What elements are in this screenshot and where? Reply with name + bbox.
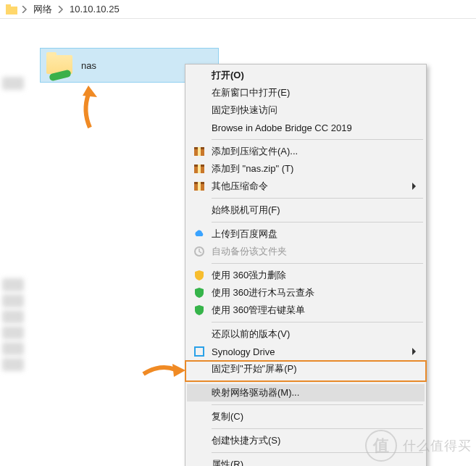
menu-separator <box>212 222 423 222</box>
chevron-right-icon <box>412 348 417 355</box>
svg-marker-14 <box>172 364 185 377</box>
menu-360-force-delete[interactable]: 使用 360强力删除 <box>187 267 425 284</box>
menu-copy[interactable]: 复制(C) <box>187 408 425 425</box>
shield-scan-icon <box>193 286 206 299</box>
menu-separator <box>212 139 423 140</box>
archive-icon <box>193 145 206 158</box>
watermark-text: 什么值得买 <box>403 437 472 454</box>
menu-add-nas-zip[interactable]: 添加到 "nas.zip" (T) <box>187 160 425 178</box>
menu-browse-bridge[interactable]: Browse in Adobe Bridge CC 2019 <box>187 119 425 136</box>
cloud-upload-icon <box>193 228 206 241</box>
archive-icon <box>193 180 206 193</box>
menu-separator <box>212 404 423 405</box>
svg-rect-11 <box>198 182 201 191</box>
context-menu: 打开(O) 在新窗口中打开(E) 固定到快速访问 Browse in Adobe… <box>185 64 427 466</box>
menu-always-offline[interactable]: 始终脱机可用(F) <box>187 201 425 219</box>
menu-map-network-drive[interactable]: 映射网络驱动器(M)... <box>187 384 425 401</box>
synology-icon <box>193 345 206 358</box>
folder-label: nas <box>81 60 96 71</box>
annotation-arrow-2 <box>142 359 185 381</box>
menu-pin-start[interactable]: 固定到"开始"屏幕(P) <box>187 360 425 378</box>
annotation-arrow-1 <box>75 86 104 129</box>
svg-rect-8 <box>198 165 201 173</box>
folder-icon <box>6 4 17 14</box>
chevron-right-icon <box>22 6 28 13</box>
menu-upload-baidu[interactable]: 上传到百度网盘 <box>187 225 425 243</box>
menu-pin-quick-access[interactable]: 固定到快速访问 <box>187 101 425 119</box>
shield-menu-icon <box>193 304 206 317</box>
svg-rect-1 <box>6 4 11 8</box>
menu-restore-previous[interactable]: 还原以前的版本(V) <box>187 325 425 343</box>
menu-open-new-window[interactable]: 在新窗口中打开(E) <box>187 84 425 101</box>
obscured-sidebar <box>0 62 26 374</box>
breadcrumb-current[interactable]: 10.10.10.25 <box>68 4 121 14</box>
menu-separator <box>212 263 423 264</box>
menu-synology-drive[interactable]: Synology Drive <box>187 343 425 360</box>
menu-add-archive[interactable]: 添加到压缩文件(A)... <box>187 143 425 160</box>
backup-icon <box>193 245 206 258</box>
archive-icon <box>193 162 206 175</box>
menu-360-trojan-scan[interactable]: 使用 360进行木马云查杀 <box>187 284 425 301</box>
shield-delete-icon <box>193 269 206 282</box>
menu-separator <box>212 428 423 429</box>
watermark-badge-icon: 值 <box>365 430 397 462</box>
menu-other-zip[interactable]: 其他压缩命令 <box>187 178 425 195</box>
menu-separator <box>212 322 423 323</box>
chevron-right-icon <box>412 183 417 190</box>
menu-separator <box>212 198 423 199</box>
menu-auto-backup: 自动备份该文件夹 <box>187 243 425 260</box>
svg-rect-5 <box>198 147 201 156</box>
watermark: 值 什么值得买 <box>365 430 472 462</box>
network-share-folder-icon <box>46 52 72 78</box>
svg-marker-2 <box>83 86 97 97</box>
menu-separator <box>212 380 423 381</box>
menu-open[interactable]: 打开(O) <box>187 67 425 84</box>
breadcrumb-parent[interactable]: 网络 <box>32 3 54 16</box>
menu-360-right-menu[interactable]: 使用 360管理右键菜单 <box>187 301 425 319</box>
svg-rect-13 <box>195 347 204 356</box>
chevron-right-icon <box>58 6 64 13</box>
breadcrumb[interactable]: 网络 10.10.10.25 <box>0 0 476 19</box>
